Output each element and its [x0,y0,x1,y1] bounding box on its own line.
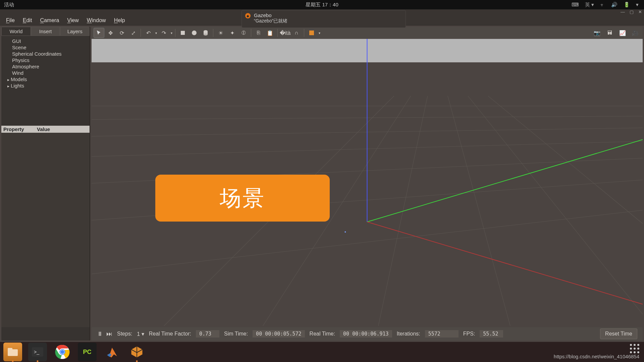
cube-icon [309,31,314,35]
menu-edit[interactable]: Edit [19,17,36,23]
selection-mode[interactable] [306,28,317,38]
svg-line-16 [468,96,643,314]
annotation-callout: 场景 [155,175,330,222]
clock[interactable]: 星期五 17：40 [306,2,338,8]
show-applications[interactable] [630,344,639,353]
point-light[interactable]: ☀ [215,28,226,38]
redo-dropdown[interactable]: ▾ [170,31,173,35]
tree-item-gui[interactable]: GUI [6,38,90,44]
scale-tool[interactable]: ⤢ [128,28,139,38]
ime-indicator[interactable]: 英 ▾ [585,2,594,8]
dock-pycharm[interactable]: PC [78,343,97,361]
toolbar-separator [141,29,141,37]
pause-button[interactable]: ⏸ [97,330,103,338]
directional-light[interactable]: ⦷ [238,28,249,38]
value-col-label: Value [35,126,90,133]
maximize-button[interactable]: ▢ [630,9,634,14]
workspace: World Insert Layers GUI Scene Spherical … [0,25,644,342]
gazebo-app-icon: ◆ [245,13,251,18]
iterations-label: Iterations: [397,331,420,337]
svg-point-2 [204,30,208,32]
plot-button[interactable]: 📈 [617,28,628,38]
log-button[interactable]: 🖬 [604,28,615,38]
steps-value[interactable]: 1 ▾ [137,331,144,337]
y-axis [367,140,642,222]
tab-insert[interactable]: Insert [31,27,60,36]
tree-item-atmosphere[interactable]: Atmosphere [6,63,90,70]
toolbar-separator [251,29,251,37]
toolbar-separator [277,29,278,37]
simtime-label: Sim Time: [224,331,248,337]
selection-dropdown[interactable]: ▾ [318,31,321,35]
menu-view[interactable]: View [63,17,83,23]
tree-item-models[interactable]: Models [6,76,90,82]
menu-file[interactable]: File [2,17,19,23]
tree-item-lights[interactable]: Lights [6,82,90,89]
property-col-label: Property [1,126,35,133]
translate-tool[interactable]: ✥ [105,28,116,38]
dock-files[interactable] [3,343,22,361]
notification-popup[interactable]: ◆ Gazebo “Gazebo”已就绪 [241,10,406,28]
viewport-column: ✥ ⟳ ⤢ ↶ ▾ ↷ ▾ ☀ ✦ ⦷ ⎘ 📋 �ità ∩ ▾ [92,27,643,341]
ubuntu-dock: >_ PC https://blog.csdn.net/weixin_41046… [0,342,644,362]
redo-button[interactable]: ↷ [158,28,169,38]
dock-gazebo[interactable] [127,343,146,361]
paste-button[interactable]: 📋 [265,28,275,38]
toolbar-separator [175,29,175,37]
keyboard-icon: ⌨ [572,2,579,8]
svg-line-17 [488,96,643,224]
dock-chrome[interactable] [53,343,72,361]
3d-viewport[interactable]: 场景 [92,39,643,326]
spot-light[interactable]: ✦ [227,28,237,38]
align-tool[interactable]: �ità [280,28,290,38]
insert-box[interactable] [177,28,188,38]
tree-item-scene[interactable]: Scene [6,44,90,51]
copy-button[interactable]: ⎘ [253,28,264,38]
activities-button[interactable]: 活动 [0,2,18,8]
insert-cylinder[interactable] [200,28,211,38]
left-panel: World Insert Layers GUI Scene Spherical … [1,27,90,341]
dock-matlab[interactable] [103,343,121,361]
reset-time-button[interactable]: Reset Time [600,328,637,339]
watermark-url: https://blog.csdn.net/weixin_41046854 [554,354,639,359]
undo-button[interactable]: ↶ [143,28,154,38]
record-button[interactable]: 🎥 [630,28,641,38]
rotate-tool[interactable]: ⟳ [116,28,127,38]
minimize-button[interactable]: — [621,9,625,14]
tab-layers[interactable]: Layers [60,27,90,36]
fps-value: 55.52 [480,330,503,338]
simtime-value: 00 00:00:05.572 [253,330,305,338]
select-tool[interactable] [94,28,104,38]
tree-item-spherical[interactable]: Spherical Coordinates [6,51,90,57]
world-tree[interactable]: GUI Scene Spherical Coordinates Physics … [1,36,90,89]
wifi-icon: ᯤ [600,2,605,8]
rtf-label: Real Time Factor: [149,331,191,337]
snap-tool[interactable]: ∩ [291,28,302,38]
toolbar-separator [213,29,213,37]
property-body[interactable] [1,133,90,327]
svg-point-1 [192,31,197,35]
undo-dropdown[interactable]: ▾ [154,31,158,35]
main-toolbar: ✥ ⟳ ⤢ ↶ ▾ ↷ ▾ ☀ ✦ ⦷ ⎘ 📋 �ità ∩ ▾ [92,27,643,39]
menu-window[interactable]: Window [83,17,110,23]
tree-item-wind[interactable]: Wind [6,70,90,76]
screenshot-button[interactable]: 📷 [592,28,602,38]
svg-rect-19 [8,348,12,351]
svg-point-25 [60,350,64,354]
close-button[interactable]: ✕ [638,9,642,14]
svg-point-4 [204,34,208,36]
toolbar-separator [304,29,304,37]
svg-text:>_: >_ [34,349,39,355]
tree-item-physics[interactable]: Physics [6,57,90,63]
notification-title: Gazebo [254,12,402,18]
insert-sphere[interactable] [189,28,200,38]
dock-terminal[interactable]: >_ [28,343,47,361]
realtime-label: Real Time: [310,331,335,337]
system-tray[interactable]: ⌨ 英 ▾ ᯤ 🔊 🔋 ▾ [572,2,644,8]
panel-tabs: World Insert Layers [1,27,90,36]
step-button[interactable]: ⏭ [106,330,112,338]
svg-rect-3 [204,31,208,35]
tab-world[interactable]: World [1,27,31,36]
menu-camera[interactable]: Camera [36,17,63,23]
menu-help[interactable]: Help [110,17,129,23]
